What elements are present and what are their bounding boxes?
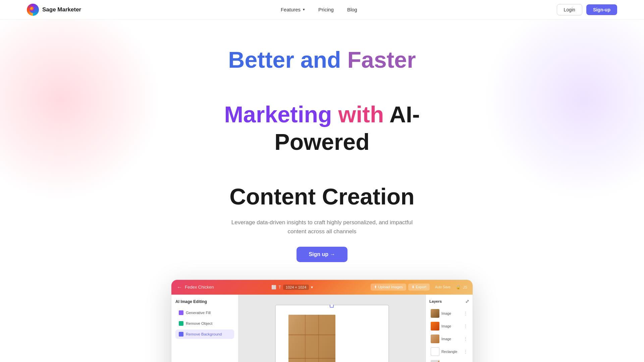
layer-thumb-5 <box>431 360 439 362</box>
layers-label: Layers <box>429 299 442 303</box>
canvas-icon: ⬜ <box>271 285 276 290</box>
hero-bg-right <box>483 19 644 200</box>
layer-thumb-2 <box>431 322 439 330</box>
demo-wrapper: ← Fedex Chicken ⬜ T 1024 × 1024 ▾ ⬆ Uplo… <box>144 280 500 362</box>
login-button[interactable]: Login <box>557 4 582 15</box>
layer-label-2: Image <box>441 324 461 328</box>
nav-center: Features Pricing Blog <box>281 7 357 12</box>
nav-blog[interactable]: Blog <box>347 7 357 12</box>
signup-button[interactable]: Sign-up <box>586 4 617 15</box>
text-icon: T <box>278 285 281 290</box>
remove-background-label: Remove Background <box>186 332 222 336</box>
layer-label-3: Image <box>441 337 461 341</box>
js-label: JS <box>463 285 467 289</box>
demo-body: AI Image Editing Generative Fill Remove … <box>171 295 473 362</box>
layer-item-1[interactable]: Image ⋮ <box>429 307 469 319</box>
right-panel: Layers ⤢ Image ⋮ Image ⋮ <box>426 295 473 362</box>
layer-item-4[interactable]: Rectangle ⋮ <box>429 346 469 358</box>
word-and: and <box>301 47 347 72</box>
left-panel: AI Image Editing Generative Fill Remove … <box>171 295 238 362</box>
nav-pricing[interactable]: Pricing <box>318 7 334 12</box>
upload-images-button[interactable]: ⬆ Upload Images <box>371 284 406 291</box>
logo-text: Sage Marketer <box>42 6 81 13</box>
layer-more-1[interactable]: ⋮ <box>463 311 468 316</box>
word-with: with <box>338 102 384 127</box>
demo-titlebar-left: ← Fedex Chicken <box>177 284 214 290</box>
hero-title: Better and Faster Marketing with AI-Powe… <box>178 46 466 210</box>
canvas-inner: 🐓 <box>275 305 389 362</box>
nav-features[interactable]: Features <box>281 7 305 12</box>
hero-section: Better and Faster Marketing with AI-Powe… <box>0 19 644 362</box>
autosave-label: Auto Save <box>432 284 454 290</box>
layer-thumb-1 <box>431 309 439 318</box>
word-marketing: Marketing <box>224 102 332 127</box>
generative-fill-label: Generative Fill <box>186 311 211 315</box>
layer-more-3[interactable]: ⋮ <box>463 336 468 342</box>
generative-fill-icon <box>179 310 183 315</box>
canvas-area: 🐓 <box>238 295 426 362</box>
layer-more-4[interactable]: ⋮ <box>463 349 468 354</box>
layer-item-5[interactable]: Image ⋮ <box>429 358 469 362</box>
hero-cta: Sign up → <box>297 247 347 262</box>
demo-container: ← Fedex Chicken ⬜ T 1024 × 1024 ▾ ⬆ Uplo… <box>171 280 473 362</box>
hero-title-line2: Marketing with AI-Powered <box>178 101 466 156</box>
layer-item-3[interactable]: Image ⋮ <box>429 333 469 345</box>
logo[interactable]: Sage Marketer <box>27 4 81 16</box>
panel-title: AI Image Editing <box>175 299 234 304</box>
demo-titlebar: ← Fedex Chicken ⬜ T 1024 × 1024 ▾ ⬆ Uplo… <box>171 280 473 295</box>
layer-thumb-4 <box>431 347 439 356</box>
panel-item-remove-background[interactable]: Remove Background <box>175 329 234 339</box>
hero-subtitle: Leverage data-driven insights to craft h… <box>228 218 416 236</box>
word-faster: Faster <box>347 47 416 72</box>
layer-label-1: Image <box>441 311 461 315</box>
expand-icon: ⤢ <box>465 299 469 304</box>
remove-background-icon <box>179 332 183 337</box>
demo-project-name: Fedex Chicken <box>185 285 214 290</box>
panel-item-generative-fill[interactable]: Generative Fill <box>175 308 234 317</box>
layer-thumb-3 <box>431 335 439 343</box>
cta-button[interactable]: Sign up → <box>297 247 347 262</box>
hero-title-line1: Better and Faster <box>178 46 466 74</box>
layer-item-2[interactable]: Image ⋮ <box>429 320 469 332</box>
demo-titlebar-center: ⬜ T 1024 × 1024 ▾ <box>271 285 313 290</box>
panel-item-remove-object[interactable]: Remove Object <box>175 319 234 328</box>
svg-point-0 <box>30 6 36 13</box>
svg-rect-2 <box>288 315 335 362</box>
layer-more-2[interactable]: ⋮ <box>463 323 468 329</box>
svg-rect-11 <box>330 305 333 307</box>
export-button[interactable]: ⬇ Export <box>408 284 430 291</box>
navbar: Sage Marketer Features Pricing Blog Logi… <box>0 0 644 19</box>
hero-title-line3: Content Creation <box>178 183 466 210</box>
chevron-down-icon: ▾ <box>311 285 313 290</box>
back-arrow-icon: ← <box>177 284 182 290</box>
remove-object-icon <box>179 321 183 326</box>
lock-icon: 🔒 <box>456 285 461 290</box>
nav-actions: Login Sign-up <box>557 4 617 15</box>
logo-icon <box>27 4 39 16</box>
word-better: Better <box>228 47 294 72</box>
layers-title: Layers ⤢ <box>429 299 469 304</box>
layer-label-4: Rectangle <box>441 350 461 354</box>
canvas-image: 🐓 <box>275 305 389 362</box>
dimensions-badge: 1024 × 1024 <box>283 285 309 290</box>
remove-object-label: Remove Object <box>186 321 212 325</box>
demo-titlebar-right: ⬆ Upload Images ⬇ Export Auto Save 🔒 JS <box>371 284 467 291</box>
hero-bg-left <box>0 19 161 200</box>
